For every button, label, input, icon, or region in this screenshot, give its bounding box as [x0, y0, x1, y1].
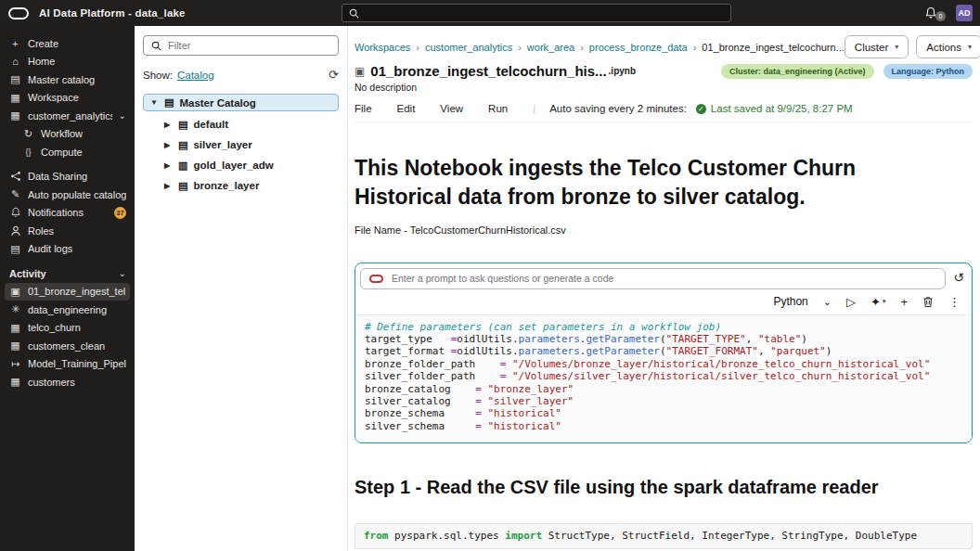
sidebar-item-audit-logs[interactable]: ▤ Audit logs	[0, 240, 135, 259]
sidebar-item-label: Home	[28, 56, 55, 67]
filter-box[interactable]	[143, 35, 339, 56]
tree-node-label: default	[193, 119, 228, 130]
sidebar-item-auto-populate-catalog[interactable]: ✎ Auto populate catalog	[0, 186, 135, 204]
tree-node-master-catalog[interactable]: ▼ ▤ Master Catalog	[143, 94, 339, 111]
sidebar-item-notifications[interactable]: Notifications 37	[0, 204, 135, 223]
actions-button[interactable]: Actions ▾	[916, 35, 980, 58]
pipeline-icon: ↦	[9, 358, 21, 370]
show-catalog-link[interactable]: Catalog	[177, 70, 214, 81]
tree-node-bronze-layer[interactable]: ▶ ▤ bronze_layer	[143, 178, 339, 193]
pencil-icon: ✎	[9, 188, 21, 200]
sidebar-item-workspace[interactable]: ▦ Workspace	[0, 89, 135, 108]
ai-prompt-box[interactable]	[360, 268, 946, 289]
sidebar-item-label: Roles	[28, 225, 54, 237]
sidebar-item-label: Workspace	[28, 92, 79, 103]
breadcrumb-customer-analytics[interactable]: customer_analytics	[425, 42, 512, 53]
tree-collapsed-icon[interactable]: ▶	[164, 141, 173, 149]
activity-header-label: Activity	[9, 268, 46, 279]
ai-prompt-input[interactable]	[392, 273, 936, 284]
activity-item-label: customers	[28, 377, 75, 388]
menu-run[interactable]: Run	[488, 103, 508, 114]
cell-code-editor[interactable]: # Define parameters (can set parameters …	[355, 315, 972, 443]
table-icon: ▦	[9, 322, 21, 334]
tree-node-gold-layer-adw[interactable]: ▶ ▥ gold_layer_adw	[143, 158, 339, 173]
tree-node-silver-layer[interactable]: ▶ ▤ silver_layer	[143, 137, 339, 152]
search-icon	[151, 41, 161, 51]
sidebar-activity-header[interactable]: Activity ⌄	[0, 264, 135, 283]
notebook-icon: ▣	[9, 286, 21, 298]
sidebar-item-create[interactable]: + Create	[0, 34, 135, 53]
breadcrumb-separator: ›	[416, 42, 419, 53]
breadcrumb-workspaces[interactable]: Workspaces	[355, 42, 410, 53]
activity-item-telco-churn[interactable]: ▦ telco_churn	[0, 319, 135, 338]
activity-item-label: data_engineering	[28, 304, 107, 315]
activity-item-customers[interactable]: ▦ customers	[0, 373, 135, 391]
language-select[interactable]: Python	[773, 295, 807, 308]
menu-view[interactable]: View	[440, 103, 463, 114]
tree-expanded-icon[interactable]: ▼	[150, 98, 159, 107]
notebook-menu: File Edit View Run | Auto saving every 2…	[355, 103, 973, 114]
cluster-button[interactable]: Cluster ▾	[845, 35, 909, 58]
gold-catalog-icon: ▥	[178, 160, 187, 172]
breadcrumb-separator: ›	[693, 42, 697, 53]
workspace-icon: ▦	[9, 92, 21, 104]
sidebar-item-master-catalog[interactable]: ▤ Master catalog	[0, 70, 135, 89]
table-icon: ▦	[9, 376, 21, 388]
run-cell-icon[interactable]: ▷	[846, 295, 856, 309]
breadcrumb-work-area[interactable]: work_area	[527, 42, 574, 53]
activity-item-data-engineering[interactable]: ✳ data_engineering	[0, 301, 135, 319]
assistant-logo-icon	[369, 275, 383, 283]
activity-item-model-training-pipeline[interactable]: ↦ Model_Training_Pipel...	[0, 355, 135, 374]
tree-node-label: bronze_layer	[193, 180, 259, 191]
kebab-menu-icon[interactable]: ⋮	[948, 295, 961, 309]
workspace-icon: ▦	[9, 109, 21, 122]
tree-node-default[interactable]: ▶ ▤ default	[143, 117, 339, 132]
generate-code-icon[interactable]: ✦ ▾	[870, 295, 885, 309]
activity-item-notebook[interactable]: ▣ 01_bronze_ingest_tel...	[5, 283, 130, 301]
schema-book-icon: ▤	[178, 139, 187, 151]
sidebar-item-label: Workflow	[41, 128, 83, 139]
refresh-icon[interactable]: ⟳	[329, 68, 339, 82]
menu-divider: |	[533, 103, 535, 114]
activity-item-label: customers_clean	[28, 340, 105, 352]
catalog-panel: Show: Catalog ⟳ ▼ ▤ Master Catalog ▶ ▤ d…	[135, 26, 348, 551]
chevron-down-icon[interactable]: ⌄	[823, 296, 832, 308]
add-cell-icon[interactable]: +	[900, 295, 908, 309]
menu-edit[interactable]: Edit	[397, 103, 416, 114]
notifications-bell-icon[interactable]: 0	[924, 6, 937, 19]
notebook-extension: .ipynb	[609, 66, 636, 76]
notebook-title: 01_bronze_ingest_telcochurn_his...	[370, 63, 606, 79]
global-search[interactable]	[342, 4, 731, 22]
sidebar-item-workflow[interactable]: ↻ Workflow	[0, 125, 135, 144]
tree-collapsed-icon[interactable]: ▶	[164, 182, 173, 190]
tree-collapsed-icon[interactable]: ▶	[164, 161, 173, 170]
sidebar-item-data-sharing[interactable]: Data Sharing	[0, 168, 135, 186]
plus-icon: +	[9, 38, 21, 49]
menu-file[interactable]: File	[355, 103, 372, 114]
sidebar-item-label: Create	[28, 38, 58, 49]
sidebar: + Create ⌂ Home ▤ Master catalog ▦ Works…	[0, 26, 135, 551]
trash-icon[interactable]	[922, 296, 934, 308]
global-search-input[interactable]	[365, 7, 724, 19]
sidebar-item-roles[interactable]: Roles	[0, 222, 135, 240]
avatar[interactable]: AD	[956, 5, 973, 21]
activity-item-label: telco_churn	[28, 322, 81, 333]
sidebar-item-home[interactable]: ⌂ Home	[0, 53, 135, 71]
cluster-button-label: Cluster	[855, 42, 888, 53]
sidebar-item-label: customer_analytics	[28, 110, 112, 122]
language-badge: Language: Python	[883, 64, 974, 79]
code-cell-imports[interactable]: from pyspark.sql.types import StructType…	[355, 523, 973, 549]
bell-icon	[9, 207, 21, 218]
breadcrumb-process-bronze-data[interactable]: process_bronze_data	[589, 42, 688, 53]
tree-collapsed-icon[interactable]: ▶	[164, 121, 173, 129]
sidebar-item-label: Audit logs	[28, 243, 72, 254]
sidebar-item-compute[interactable]: {} Compute	[0, 143, 135, 161]
activity-item-customers-clean[interactable]: ▦ customers_clean	[0, 337, 135, 355]
main-content: Workspaces › customer_analytics › work_a…	[348, 26, 980, 551]
autosave-text: Auto saving every 2 minutes:	[549, 103, 687, 114]
filter-input[interactable]	[168, 40, 330, 51]
search-icon	[349, 8, 359, 19]
home-icon: ⌂	[9, 56, 21, 67]
history-icon[interactable]: ↺	[950, 268, 967, 287]
sidebar-item-customer-analytics[interactable]: ▦ customer_analytics ⌄	[0, 107, 135, 125]
